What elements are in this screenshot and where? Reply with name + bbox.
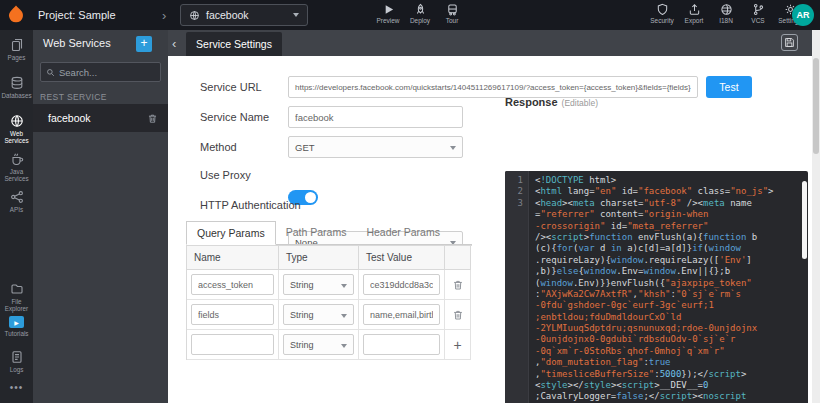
user-avatar[interactable]: AR: [792, 4, 814, 26]
sidebar-item-java-services[interactable]: Java Services: [0, 148, 33, 186]
col-header-name: Name: [187, 246, 279, 270]
sidebar-item-apis[interactable]: APIs: [0, 186, 33, 224]
editor-scrollbar-thumb[interactable]: [802, 181, 807, 259]
vcs-button[interactable]: VCS: [742, 0, 774, 30]
save-button[interactable]: [781, 34, 798, 51]
param-tabs: Query Params Path Params Header Params: [186, 220, 472, 245]
param-test-value-input[interactable]: [363, 304, 440, 325]
service-list-item-facebook[interactable]: facebook: [33, 104, 168, 132]
tour-button[interactable]: Tour: [436, 0, 468, 30]
security-button[interactable]: Security: [646, 0, 678, 30]
delete-row-button[interactable]: [445, 300, 471, 330]
tab-header-params[interactable]: Header Params: [356, 220, 450, 244]
trash-icon: [452, 279, 464, 291]
app-window: Project: Sample › facebook Preview Deplo…: [0, 0, 820, 403]
coffee-cup-icon: [10, 152, 24, 166]
save-floppy-icon: [784, 37, 795, 48]
chevron-down-icon: [341, 284, 347, 288]
method-select[interactable]: GET: [288, 136, 463, 158]
rocket-icon: [414, 3, 427, 16]
deploy-button[interactable]: Deploy: [404, 0, 436, 30]
use-proxy-label: Use Proxy: [200, 164, 251, 186]
trash-icon: [452, 309, 464, 321]
play-icon: [382, 3, 395, 16]
param-test-value-input[interactable]: [363, 274, 440, 295]
search-input[interactable]: [59, 67, 155, 78]
sidebar-item-web-services[interactable]: Web Services: [0, 110, 33, 148]
panel-title: Web Services: [43, 37, 111, 49]
page-scrollbar[interactable]: [812, 30, 820, 403]
pages-icon: [10, 38, 24, 52]
globe-icon: [189, 10, 200, 21]
param-test-value-input[interactable]: [363, 334, 440, 355]
tab-path-params[interactable]: Path Params: [276, 220, 357, 244]
panel-collapse-button[interactable]: ‹: [172, 30, 176, 56]
param-name-input[interactable]: [191, 274, 274, 295]
sidebar-item-tutorials[interactable]: ▶ Tutorials: [0, 312, 33, 346]
export-icon: [688, 3, 701, 16]
test-button[interactable]: Test: [706, 76, 752, 98]
service-name-input[interactable]: [288, 106, 463, 128]
app-logo: [5, 4, 27, 26]
globe-icon: [10, 114, 24, 128]
param-name-input[interactable]: [191, 304, 274, 325]
add-row-button[interactable]: +: [445, 330, 471, 360]
topbar-center-actions: Preview Deploy Tour: [372, 0, 468, 30]
col-header-test-value: Test Value: [359, 246, 445, 270]
response-code[interactable]: <!DOCTYPE html><html lang="en" id="faceb…: [529, 171, 808, 403]
video-play-icon: ▶: [9, 316, 24, 328]
breadcrumb-chevron-icon: ›: [162, 0, 166, 30]
sidebar-item-pages[interactable]: Pages: [0, 34, 33, 72]
project-name: Project: Sample: [38, 0, 116, 30]
service-settings-content: Service URL Test Service Name Method GET…: [168, 56, 812, 403]
sidebar-item-file-explorer[interactable]: File Explorer: [0, 278, 33, 312]
topbar: Project: Sample › facebook Preview Deplo…: [0, 0, 820, 30]
toggle-knob: [305, 192, 316, 203]
tab-service-settings[interactable]: Service Settings: [186, 32, 282, 56]
response-code-editor[interactable]: 123 <!DOCTYPE html><html lang="en" id="f…: [505, 171, 808, 403]
param-type-select[interactable]: String: [283, 334, 354, 355]
col-header-type: Type: [279, 246, 359, 270]
service-url-input[interactable]: [288, 76, 698, 98]
table-row: String: [187, 300, 472, 330]
service-url-label: Service URL: [200, 76, 262, 98]
tab-query-params[interactable]: Query Params: [186, 221, 276, 245]
document-lines-icon: [10, 350, 24, 364]
bus-icon: [446, 3, 459, 16]
param-type-select[interactable]: String: [283, 274, 354, 295]
more-options-button[interactable]: •••: [0, 382, 33, 393]
trash-icon[interactable]: [147, 113, 158, 124]
chevron-down-icon: [341, 344, 347, 348]
param-type-select[interactable]: String: [283, 304, 354, 325]
param-type-value: String: [290, 340, 314, 350]
col-header-actions: [445, 246, 471, 270]
folder-icon: [10, 282, 24, 296]
service-search: [40, 62, 161, 82]
i18n-button[interactable]: I18N: [710, 0, 742, 30]
topbar-right-actions: Security Export I18N VCS Settings: [646, 0, 806, 30]
git-branch-icon: [752, 3, 765, 16]
shield-icon: [656, 3, 669, 16]
http-auth-label: HTTP Authentication: [200, 194, 301, 216]
response-title: Response: [505, 96, 558, 108]
main-tab-strip: ‹ Service Settings: [168, 30, 812, 56]
delete-row-button[interactable]: [445, 270, 471, 300]
service-item-label: facebook: [48, 112, 91, 124]
table-new-row: String +: [187, 330, 472, 360]
service-name-label: Service Name: [200, 106, 269, 128]
sidebar-item-logs[interactable]: Logs: [0, 346, 33, 380]
preview-button[interactable]: Preview: [372, 0, 404, 30]
param-name-input[interactable]: [191, 334, 274, 355]
method-select-value: GET: [295, 142, 315, 153]
method-label: Method: [200, 136, 237, 158]
param-type-value: String: [290, 280, 314, 290]
rest-service-section-label: REST SERVICE: [40, 92, 107, 102]
service-selector-dropdown[interactable]: facebook: [180, 4, 308, 26]
chevron-down-icon: [293, 13, 299, 17]
web-services-panel: Web Services + REST SERVICE facebook: [33, 30, 168, 403]
export-button[interactable]: Export: [678, 0, 710, 30]
sidebar-item-databases[interactable]: Databases: [0, 72, 33, 110]
plus-icon: +: [453, 338, 461, 352]
add-service-button[interactable]: +: [136, 36, 152, 52]
page-scrollbar-thumb[interactable]: [813, 58, 819, 154]
